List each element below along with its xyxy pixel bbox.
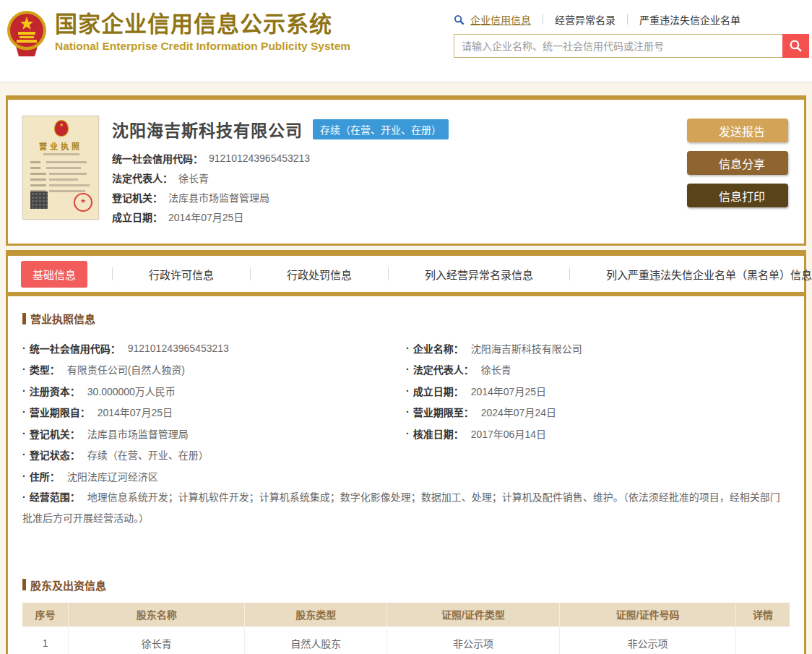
company-field-legal-rep: 法定代表人： 徐长青 [112, 168, 687, 187]
separator [388, 267, 389, 280]
col-header-certificate-number: 证照/证件号码 [559, 603, 735, 627]
shareholders-section-header: 股东及出资信息 [22, 577, 790, 593]
license-info-section-title: 营业执照信息 [30, 311, 95, 326]
separator [627, 14, 628, 25]
field-establish-date: ·成立日期：2014年07月25日 [406, 380, 790, 402]
national-emblem-logo [6, 9, 48, 56]
field-business-scope: ·经营范围：地理信息系统开发；计算机软件开发；计算机系统集成；数字化影像处理；数… [22, 487, 790, 530]
tab-administrative-penalty[interactable]: 行政处罚信息 [275, 261, 363, 288]
license-emblem-icon [54, 120, 69, 137]
company-name: 沈阳海吉斯科技有限公司 [112, 117, 303, 142]
col-header-detail: 详情 [736, 603, 790, 627]
section-tab-bar: 基础信息 行政许可信息 行政处罚信息 列入经营异常名录信息 列入严重违法失信企业… [6, 250, 806, 294]
field-legal-rep: ·法定代表人：徐长青 [406, 359, 790, 381]
send-report-button[interactable]: 发送报告 [687, 119, 788, 142]
site-header: 国家企业信用信息公示系统 National Enterprise Credit … [0, 0, 812, 82]
field-approval-date: ·核准日期：2017年06月14日 [406, 423, 790, 444]
col-header-index: 序号 [22, 603, 69, 627]
license-qr-code [30, 192, 48, 209]
search-bar [454, 34, 809, 58]
company-field-registration-authority: 登记机关： 法库县市场监督管理局 [112, 188, 687, 207]
separator [112, 267, 113, 280]
section-bar-icon [22, 313, 26, 324]
field-address: ·住所：沈阳法库辽河经济区 [22, 465, 406, 487]
section-bar-icon [22, 579, 26, 590]
business-license-image[interactable]: 营业执照 [22, 116, 99, 220]
col-header-shareholder-name: 股东名称 [69, 603, 245, 627]
company-summary-card: 营业执照 沈阳海吉斯科技有限公司 存续（在营、开业、在册） 统一社会信用代码： … [6, 95, 806, 246]
separator [543, 14, 543, 25]
shareholders-section-title: 股东及出资信息 [30, 577, 106, 593]
search-area: 企业信用信息 经营异常名录 严重违法失信企业名单 [454, 12, 809, 58]
share-info-button[interactable]: 信息分享 [687, 151, 788, 175]
col-header-shareholder-type: 股东类型 [245, 603, 386, 627]
tab-administrative-license[interactable]: 行政许可信息 [137, 261, 225, 288]
search-input[interactable] [454, 34, 782, 58]
license-red-seal [74, 193, 92, 212]
license-fields-left: ·统一社会信用代码：912101243965453213 ·类型：有限责任公司(… [22, 337, 406, 487]
status-badge: 存续（在营、开业、在册） [313, 119, 449, 139]
shareholders-section: 股东及出资信息 序号 股东名称 股东类型 证照/证件类型 证照/证件号码 详情 … [22, 577, 790, 654]
company-field-credit-code: 统一社会信用代码： 912101243965453213 [112, 149, 687, 168]
tab-basic-info[interactable]: 基础信息 [21, 261, 87, 288]
print-info-button[interactable]: 信息打印 [687, 184, 788, 207]
field-credit-code: ·统一社会信用代码：912101243965453213 [22, 337, 406, 359]
search-tab-enterprise-credit[interactable]: 企业信用信息 [469, 12, 532, 27]
field-term-to: ·营业期限至：2024年07月24日 [406, 402, 790, 423]
search-button[interactable] [782, 34, 809, 58]
search-icon [454, 14, 465, 25]
cell-shareholder-name: 徐长青 [69, 627, 245, 654]
company-info: 沈阳海吉斯科技有限公司 存续（在营、开业、在册） 统一社会信用代码： 91210… [99, 116, 687, 226]
col-header-certificate-type: 证照/证件类型 [386, 603, 559, 627]
license-fields-right: ·企业名称：沈阳海吉斯科技有限公司 ·法定代表人：徐长青 ·成立日期：2014年… [406, 337, 790, 487]
search-scope-tabs: 企业信用信息 经营异常名录 严重违法失信企业名单 [454, 12, 809, 27]
basic-info-content: 营业执照信息 ·统一社会信用代码：912101243965453213 ·类型：… [6, 294, 806, 654]
shareholders-table: 序号 股东名称 股东类型 证照/证件类型 证照/证件号码 详情 1 徐长青 自然… [22, 603, 790, 654]
table-header-row: 序号 股东名称 股东类型 证照/证件类型 证照/证件号码 详情 [22, 603, 790, 627]
site-title-en: National Enterprise Credit Information P… [55, 40, 350, 53]
license-fields: ·统一社会信用代码：912101243965453213 ·类型：有限责任公司(… [22, 337, 790, 487]
license-info-section-header: 营业执照信息 [22, 311, 790, 326]
site-title-cn: 国家企业信用信息公示系统 [55, 12, 350, 38]
cell-certificate-type: 非公示项 [386, 627, 559, 654]
cell-certificate-number: 非公示项 [559, 627, 735, 654]
company-field-establish-date: 成立日期： 2014年07月25日 [112, 207, 687, 226]
field-registered-capital: ·注册资本：30.000000万人民币 [22, 380, 406, 402]
search-icon [789, 39, 803, 53]
search-tab-serious-violation[interactable]: 严重违法失信企业名单 [638, 12, 742, 27]
tab-serious-violation-blacklist[interactable]: 列入严重违法失信企业名单（黑名单）信息 [595, 261, 812, 288]
site-titles: 国家企业信用信息公示系统 National Enterprise Credit … [55, 12, 350, 53]
separator [569, 267, 570, 280]
separator [250, 267, 251, 280]
field-company-name: ·企业名称：沈阳海吉斯科技有限公司 [406, 337, 790, 359]
field-company-type: ·类型：有限责任公司(自然人独资) [22, 359, 406, 381]
table-row: 1 徐长青 自然人股东 非公示项 非公示项 [22, 627, 790, 654]
cell-index: 1 [22, 627, 69, 654]
cell-detail [736, 627, 790, 654]
field-registration-status: ·登记状态：存续（在营、开业、在册） [22, 444, 406, 466]
search-tab-abnormal-operations[interactable]: 经营异常名录 [553, 12, 617, 27]
field-registration-authority: ·登记机关：法库县市场监督管理局 [22, 423, 406, 444]
company-action-buttons: 发送报告 信息分享 信息打印 [687, 119, 790, 226]
field-term-from: ·营业期限自：2014年07月25日 [22, 402, 406, 423]
license-decor-line [43, 153, 79, 155]
license-title: 营业执照 [23, 140, 98, 152]
cell-shareholder-type: 自然人股东 [245, 627, 386, 654]
tab-abnormal-operations-list[interactable]: 列入经营异常名录信息 [413, 261, 545, 288]
